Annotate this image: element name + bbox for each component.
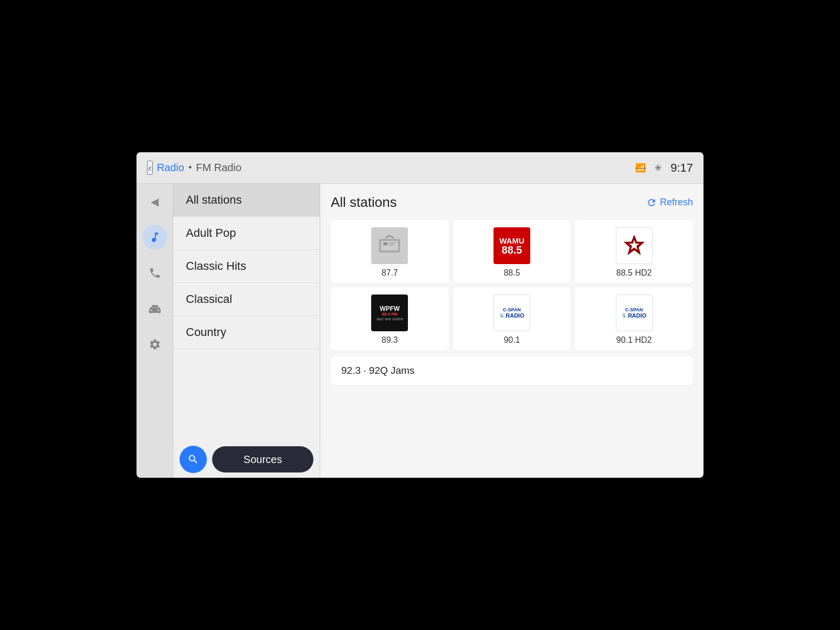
- category-all-stations[interactable]: All stations: [173, 184, 320, 217]
- svg-line-3: [390, 236, 394, 238]
- svg-line-2: [385, 236, 390, 238]
- sidebar-icons: ◀: [136, 184, 173, 478]
- station-893[interactable]: WPFW 89.3 FM Jazz and Justice 89.3: [331, 287, 449, 350]
- station-logo-877: [371, 227, 408, 264]
- station-877-freq: 87.7: [382, 268, 398, 278]
- status-area: 📶 ✳ 9:17: [635, 161, 693, 175]
- station-901hd2[interactable]: C-SPAN 📡 RADIO 90.1 HD2: [575, 287, 693, 350]
- bottom-station-label: 92.3 · 92Q Jams: [341, 365, 414, 376]
- station-logo-901: C-SPAN 📡 RADIO: [494, 295, 530, 331]
- station-logo-901hd2: C-SPAN 📡 RADIO: [616, 295, 653, 331]
- search-button[interactable]: [180, 446, 207, 473]
- top-bar: ‹ Radio • FM Radio 📶 ✳ 9:17: [136, 152, 704, 184]
- car-screen: ‹ Radio • FM Radio 📶 ✳ 9:17 ◀: [136, 152, 704, 478]
- settings-icon: [149, 338, 161, 351]
- music-icon: [149, 231, 161, 244]
- breadcrumb-radio[interactable]: Radio: [157, 162, 184, 174]
- station-901-freq: 90.1: [503, 335, 520, 345]
- back-button[interactable]: ‹: [147, 161, 153, 175]
- phone-icon-button[interactable]: [142, 260, 167, 286]
- content-header: All stations Refresh: [331, 194, 693, 211]
- bottom-station-bar[interactable]: 92.3 · 92Q Jams: [331, 356, 693, 385]
- main-layout: ◀ All: [136, 184, 704, 478]
- station-logo-893: WPFW 89.3 FM Jazz and Justice: [371, 295, 408, 331]
- station-885-freq: 88.5: [503, 268, 520, 278]
- search-icon: [187, 454, 199, 465]
- category-classical[interactable]: Classical: [173, 283, 320, 316]
- refresh-icon: [646, 197, 657, 208]
- station-885[interactable]: WAMU 88.5 88.5: [453, 220, 571, 283]
- no-signal-icon: 📶: [635, 163, 646, 173]
- category-country[interactable]: Country: [173, 316, 320, 349]
- svg-rect-4: [383, 243, 387, 245]
- station-logo-885hd2: [616, 227, 653, 264]
- refresh-button[interactable]: Refresh: [646, 197, 693, 208]
- station-901hd2-freq: 90.1 HD2: [616, 335, 652, 345]
- sources-button[interactable]: Sources: [212, 446, 313, 472]
- station-logo-885: WAMU 88.5: [494, 227, 530, 264]
- category-list: All stations Adult Pop Classic Hits Clas…: [173, 184, 320, 478]
- music-icon-button[interactable]: [142, 225, 167, 250]
- station-893-freq: 89.3: [382, 335, 398, 345]
- station-885hd2-freq: 88.5 HD2: [616, 268, 652, 278]
- settings-icon-button[interactable]: [142, 332, 167, 357]
- content-title: All stations: [331, 194, 397, 211]
- svg-rect-5: [388, 243, 396, 244]
- station-grid: 87.7 WAMU 88.5 88.5: [331, 220, 693, 350]
- nav-icon-button[interactable]: ◀: [142, 189, 167, 214]
- bluetooth-icon: ✳: [654, 162, 662, 174]
- refresh-label: Refresh: [660, 197, 693, 208]
- car-icon: [148, 302, 162, 315]
- station-901[interactable]: C-SPAN 📡 RADIO 90.1: [453, 287, 571, 350]
- bottom-controls: Sources: [173, 441, 320, 478]
- breadcrumb-sub: FM Radio: [196, 162, 242, 174]
- svg-rect-6: [388, 245, 394, 246]
- car-icon-button[interactable]: [142, 296, 167, 321]
- breadcrumb: Radio • FM Radio: [157, 162, 242, 174]
- phone-icon: [149, 267, 161, 279]
- sources-label: Sources: [244, 454, 282, 466]
- category-classic-hits[interactable]: Classic Hits: [173, 250, 320, 283]
- category-adult-pop[interactable]: Adult Pop: [173, 217, 320, 250]
- content-area: All stations Refresh: [320, 184, 704, 478]
- star-logo-icon: [621, 233, 647, 259]
- station-877[interactable]: 87.7: [331, 220, 449, 283]
- breadcrumb-separator: •: [188, 162, 192, 173]
- clock-display: 9:17: [670, 161, 693, 175]
- station-885hd2[interactable]: 88.5 HD2: [575, 220, 693, 283]
